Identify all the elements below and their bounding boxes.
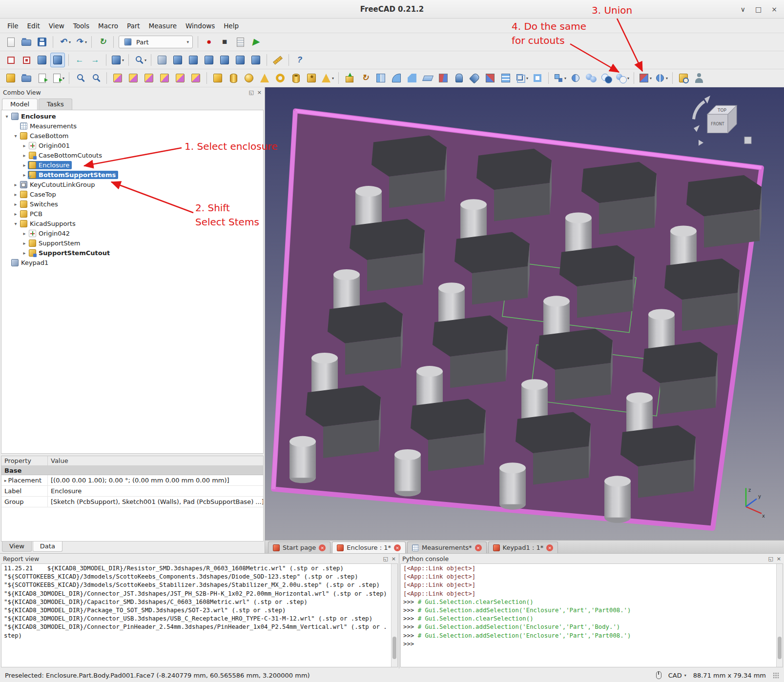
tree-item-enclosure[interactable]: ▾Enclosure bbox=[1, 111, 263, 121]
close-panel-icon[interactable]: × bbox=[257, 89, 262, 96]
tree-item-body[interactable]: CaseBottom bbox=[19, 132, 71, 140]
refresh-icon[interactable]: ↻ bbox=[95, 35, 110, 49]
doc-tab-keypad1-1-[interactable]: Keypad1 : 1*× bbox=[488, 542, 558, 553]
3d-scene-canvas[interactable]: TOP FRONT z x y bbox=[265, 87, 784, 540]
scrollbar-thumb[interactable] bbox=[778, 637, 782, 659]
menu-item-file[interactable]: File bbox=[3, 20, 23, 32]
close-tab-icon[interactable]: × bbox=[319, 544, 326, 551]
menu-item-view[interactable]: View bbox=[44, 20, 69, 32]
view-bottom-icon[interactable] bbox=[233, 53, 248, 67]
mirror-icon[interactable] bbox=[373, 71, 388, 85]
tree-item-body[interactable]: Enclosure bbox=[28, 161, 72, 169]
tree-item-origin042[interactable]: ▸Origin042 bbox=[1, 228, 263, 238]
macro-edit-icon[interactable] bbox=[233, 35, 248, 49]
cross-sections-icon[interactable] bbox=[498, 71, 513, 85]
box-icon[interactable] bbox=[210, 71, 225, 85]
tree-expander-icon[interactable]: ▾ bbox=[12, 133, 19, 139]
new-document-icon[interactable] bbox=[3, 35, 18, 49]
view-front-icon[interactable] bbox=[170, 53, 185, 67]
view-sync-icon[interactable] bbox=[35, 53, 49, 67]
union-icon[interactable] bbox=[584, 71, 598, 85]
join-features-icon[interactable]: ▾ bbox=[638, 71, 653, 85]
ruled-surface-icon[interactable] bbox=[436, 71, 451, 85]
tree-item-body[interactable]: Origin042 bbox=[28, 229, 72, 238]
tree-item-body[interactable]: Switches bbox=[19, 200, 61, 208]
menu-item-windows[interactable]: Windows bbox=[181, 20, 219, 32]
float-panel-icon[interactable]: ◱ bbox=[383, 556, 388, 562]
tab-view[interactable]: View bbox=[2, 542, 32, 552]
tree-item-measurements[interactable]: Measurements bbox=[1, 121, 263, 131]
menu-item-part[interactable]: Part bbox=[123, 20, 144, 32]
3d-viewport[interactable]: TOP FRONT z x y Start page×Enclosure : 1… bbox=[265, 87, 784, 553]
tree-item-body[interactable]: Measurements bbox=[19, 122, 79, 130]
revolve-icon[interactable]: ↻ bbox=[358, 71, 372, 85]
property-row-placement[interactable]: ▸Placement[(0.00 0.00 1.00); 0.00 °; (0.… bbox=[1, 475, 263, 486]
fillet-icon[interactable] bbox=[389, 71, 404, 85]
nav-cube-front-label[interactable]: FRONT bbox=[711, 122, 724, 126]
draw-style-icon[interactable] bbox=[50, 53, 65, 67]
zoom-tools-icon[interactable]: ▾ bbox=[132, 53, 147, 67]
offset-icon[interactable]: ▾ bbox=[514, 71, 529, 85]
view-right-icon[interactable] bbox=[202, 53, 216, 67]
view-left-icon[interactable] bbox=[248, 53, 263, 67]
boolean-icon[interactable] bbox=[568, 71, 583, 85]
scrollbar-thumb[interactable] bbox=[392, 637, 396, 659]
fit-selection-icon[interactable] bbox=[19, 53, 34, 67]
loft-icon[interactable] bbox=[452, 71, 466, 85]
macro-stop-icon[interactable]: ■ bbox=[217, 35, 232, 49]
tree-item-casebottom[interactable]: ▾CaseBottom bbox=[1, 131, 263, 140]
save-icon[interactable] bbox=[35, 35, 49, 49]
tree-expander-icon[interactable]: ▸ bbox=[21, 162, 28, 168]
tree-item-body[interactable]: PCB bbox=[19, 210, 45, 218]
tree-item-enclosure[interactable]: ▸Enclosure bbox=[1, 160, 263, 170]
float-panel-icon[interactable]: ◱ bbox=[768, 556, 773, 562]
section-icon[interactable] bbox=[483, 71, 497, 85]
tree-expander-icon[interactable]: ▸ bbox=[12, 192, 19, 197]
attachment-icon[interactable] bbox=[126, 71, 141, 85]
menu-item-macro[interactable]: Macro bbox=[94, 20, 123, 32]
make-link-icon[interactable] bbox=[35, 71, 49, 85]
edit-placement-icon[interactable] bbox=[188, 71, 203, 85]
tab-tasks[interactable]: Tasks bbox=[39, 99, 72, 110]
python-console-log[interactable]: [<App::Link object>][<App::Link object>]… bbox=[400, 563, 783, 667]
tree-expander-icon[interactable]: ▸ bbox=[21, 241, 28, 246]
primitives-icon[interactable]: ▾ bbox=[320, 71, 335, 85]
menu-item-measure[interactable]: Measure bbox=[144, 20, 181, 32]
menu-item-edit[interactable]: Edit bbox=[23, 20, 44, 32]
navigation-style-selector[interactable]: CAD▾ bbox=[668, 672, 686, 679]
close-icon[interactable]: × bbox=[771, 5, 777, 13]
tree-expander-icon[interactable]: ▸ bbox=[21, 231, 28, 236]
link-select-icon[interactable] bbox=[73, 71, 87, 85]
link-actions-icon[interactable]: ▾ bbox=[50, 71, 65, 85]
std-views-icon[interactable]: ▾ bbox=[110, 53, 125, 67]
open-document-icon[interactable] bbox=[19, 35, 34, 49]
thickness-icon[interactable] bbox=[530, 71, 545, 85]
tree-expander-icon[interactable]: ▾ bbox=[12, 221, 19, 226]
doc-tab-start-page[interactable]: Start page× bbox=[268, 542, 330, 553]
property-value[interactable]: Enclosure bbox=[48, 487, 263, 495]
tree-expander-icon[interactable]: ▾ bbox=[3, 114, 10, 119]
whats-this-icon[interactable]: ? bbox=[292, 53, 307, 67]
tree-item-body[interactable]: KicadSupports bbox=[19, 220, 78, 228]
report-view-log[interactable]: 11.25.21 ${KICAD8_3DMODEL_DIR}/Resistor_… bbox=[1, 563, 398, 667]
link-navigate-icon[interactable] bbox=[88, 71, 103, 85]
compound-tools-icon[interactable]: ▾ bbox=[552, 71, 567, 85]
measure-icon[interactable] bbox=[270, 53, 285, 67]
tree-item-keycutoutlinkgroup[interactable]: ▸KeyCutoutLinkGroup bbox=[1, 180, 263, 189]
redo-icon[interactable]: ↷▾ bbox=[73, 35, 88, 49]
doc-tab-measurements-[interactable]: Measurements*× bbox=[407, 542, 487, 553]
float-panel-icon[interactable]: ◱ bbox=[248, 89, 253, 96]
tree-item-body[interactable]: KeyCutoutLinkGroup bbox=[19, 181, 97, 189]
tree-expander-icon[interactable]: ▸ bbox=[12, 182, 19, 187]
intersection-icon[interactable] bbox=[599, 71, 614, 85]
tube-icon[interactable] bbox=[289, 71, 303, 85]
macro-record-icon[interactable]: ● bbox=[202, 35, 216, 49]
close-tab-icon[interactable]: × bbox=[546, 544, 553, 551]
maximize-icon[interactable]: □ bbox=[755, 5, 762, 13]
tree-item-body[interactable]: Enclosure bbox=[10, 112, 58, 120]
tab-model[interactable]: Model bbox=[2, 99, 38, 110]
tree-item-keypad1[interactable]: Keypad1 bbox=[1, 258, 263, 267]
report-scrollbar[interactable] bbox=[391, 564, 397, 667]
defeaturing-icon[interactable] bbox=[692, 71, 706, 85]
tree-item-body[interactable]: Origin001 bbox=[28, 141, 72, 150]
